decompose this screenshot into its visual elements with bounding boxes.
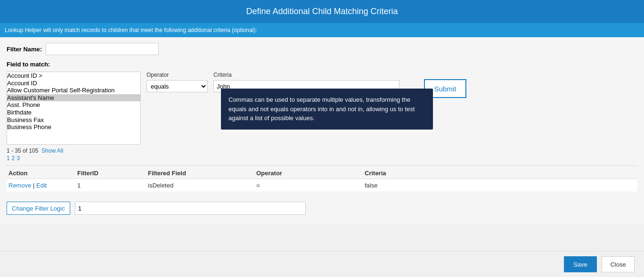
col-header-action: Action [7,170,77,177]
filter-name-label: Filter Name: [7,46,42,53]
change-filter-logic-button[interactable]: Change Filter Logic [7,202,70,215]
remove-link[interactable]: Remove [8,182,31,189]
show-all-link[interactable]: Show All [41,147,63,154]
subheader-text: Lookup Helper will only match records to… [0,23,644,37]
field-option-business-phone[interactable]: Business Phone [7,123,140,131]
table-section: Action FilterID Filtered Field Operator … [7,165,637,192]
footer: Save Close [0,251,644,277]
edit-link[interactable]: Edit [36,182,47,189]
field-option-assistant-name[interactable]: Assistant's Name [7,94,140,102]
operator-select[interactable]: equals not equals contains does not cont… [147,80,208,92]
col-header-criteria: Criteria [365,170,482,177]
criteria-label: Criteria [213,72,399,78]
col-header-filterid: FilterID [77,170,148,177]
field-option-asst-phone[interactable]: Asst. Phone [7,101,140,109]
field-list-container: Account ID > Account ID Allow Customer P… [7,72,141,145]
field-to-match-label: Field to match: [7,61,637,68]
page-2-link[interactable]: 2 [12,155,15,162]
filter-name-row: Filter Name: [7,43,637,55]
table-header-row: Action FilterID Filtered Field Operator … [7,166,637,179]
field-option-account-id-arrow[interactable]: Account ID > [7,72,140,80]
page-1-link[interactable]: 1 [7,155,10,162]
tooltip-box: Commas can be used to separate multiple … [221,89,433,130]
field-option-account-id[interactable]: Account ID [7,80,140,87]
operator-container: Operator equals not equals contains does… [147,72,208,92]
field-list[interactable]: Account ID > Account ID Allow Customer P… [7,72,141,145]
table-criteria-cell: false [365,182,482,189]
filter-logic-input[interactable] [75,202,306,215]
field-option-allow-portal[interactable]: Allow Customer Portal Self-Registration [7,87,140,94]
pagination-row: 1 - 35 of 105 Show All 1 2 3 [7,147,637,162]
table-filterid-cell: 1 [77,182,148,189]
filter-name-input[interactable] [46,43,159,55]
table-action-cell: Remove | Edit [7,182,77,189]
save-button[interactable]: Save [564,256,597,272]
table-operator-cell: = [256,182,365,189]
action-separator: | [33,182,34,189]
page-title: Define Additional Child Matching Criteri… [0,0,644,23]
close-button[interactable]: Close [602,256,635,272]
field-row: Account ID > Account ID Allow Customer P… [7,72,637,145]
page-nums: 1 2 3 [7,155,637,162]
table-filteredfield-cell: isDeleted [148,182,256,189]
main-content: Filter Name: Field to match: Account ID … [0,37,644,224]
operator-label: Operator [147,72,208,78]
col-header-operator: Operator [256,170,365,177]
col-header-filteredfield: Filtered Field [148,170,256,177]
filter-logic-row: Change Filter Logic [7,198,637,219]
page-3-link[interactable]: 3 [16,155,20,162]
table-row: Remove | Edit 1 isDeleted = false [7,179,637,192]
field-option-birthdate[interactable]: Birthdate [7,109,140,116]
field-option-business-fax[interactable]: Business Fax [7,116,140,124]
